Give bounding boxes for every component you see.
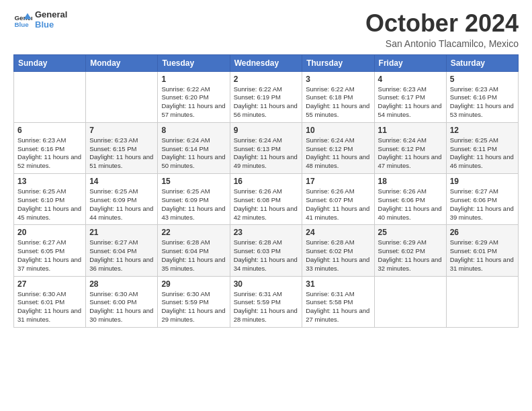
calendar-cell: 25Sunrise: 6:29 AMSunset: 6:02 PMDayligh… xyxy=(374,225,446,276)
calendar-cell: 17Sunrise: 6:26 AMSunset: 6:07 PMDayligh… xyxy=(302,174,374,225)
day-header-sunday: Sunday xyxy=(14,54,86,71)
day-number: 30 xyxy=(234,279,299,289)
day-number: 15 xyxy=(161,177,226,186)
day-header-friday: Friday xyxy=(374,54,446,71)
day-number: 8 xyxy=(161,126,226,135)
day-info: Sunrise: 6:30 AMSunset: 6:01 PMDaylight:… xyxy=(17,290,82,324)
day-info: Sunrise: 6:29 AMSunset: 6:02 PMDaylight:… xyxy=(378,238,443,273)
calendar-cell xyxy=(14,71,86,122)
day-number: 14 xyxy=(89,177,154,186)
logo-icon: General Blue xyxy=(13,11,32,30)
day-header-monday: Monday xyxy=(86,54,158,71)
day-info: Sunrise: 6:28 AMSunset: 6:04 PMDaylight:… xyxy=(161,238,226,273)
day-info: Sunrise: 6:25 AMSunset: 6:10 PMDaylight:… xyxy=(17,187,82,222)
day-number: 28 xyxy=(89,279,154,289)
day-info: Sunrise: 6:28 AMSunset: 6:03 PMDaylight:… xyxy=(234,238,299,273)
calendar-cell: 13Sunrise: 6:25 AMSunset: 6:10 PMDayligh… xyxy=(14,174,86,225)
day-number: 18 xyxy=(378,177,443,186)
calendar-cell: 27Sunrise: 6:30 AMSunset: 6:01 PMDayligh… xyxy=(14,276,86,327)
day-number: 1 xyxy=(161,75,226,84)
day-number: 26 xyxy=(450,228,515,237)
calendar-cell: 11Sunrise: 6:24 AMSunset: 6:12 PMDayligh… xyxy=(374,122,446,173)
day-number: 6 xyxy=(17,126,82,135)
day-number: 23 xyxy=(234,228,299,237)
day-number: 25 xyxy=(378,228,443,237)
week-row-4: 20Sunrise: 6:27 AMSunset: 6:05 PMDayligh… xyxy=(14,225,519,276)
calendar-cell: 15Sunrise: 6:25 AMSunset: 6:09 PMDayligh… xyxy=(158,174,230,225)
calendar-cell: 19Sunrise: 6:27 AMSunset: 6:06 PMDayligh… xyxy=(446,174,518,225)
day-info: Sunrise: 6:28 AMSunset: 6:02 PMDaylight:… xyxy=(306,238,370,273)
calendar-cell: 3Sunrise: 6:22 AMSunset: 6:18 PMDaylight… xyxy=(302,71,374,122)
location-subtitle: San Antonio Tlacamilco, Mexico xyxy=(365,38,519,49)
svg-text:Blue: Blue xyxy=(14,21,29,28)
day-number: 4 xyxy=(378,75,443,84)
day-info: Sunrise: 6:24 AMSunset: 6:12 PMDaylight:… xyxy=(378,136,443,171)
day-number: 13 xyxy=(17,177,82,186)
day-info: Sunrise: 6:30 AMSunset: 6:00 PMDaylight:… xyxy=(89,290,154,324)
day-info: Sunrise: 6:29 AMSunset: 6:01 PMDaylight:… xyxy=(450,238,515,273)
day-number: 20 xyxy=(17,228,82,237)
week-row-3: 13Sunrise: 6:25 AMSunset: 6:10 PMDayligh… xyxy=(14,174,519,225)
logo: General Blue General Blue xyxy=(13,10,67,30)
day-info: Sunrise: 6:26 AMSunset: 6:07 PMDaylight:… xyxy=(306,187,370,222)
day-number: 9 xyxy=(234,126,299,135)
day-info: Sunrise: 6:27 AMSunset: 6:04 PMDaylight:… xyxy=(89,238,154,273)
day-info: Sunrise: 6:23 AMSunset: 6:17 PMDaylight:… xyxy=(378,85,443,120)
day-info: Sunrise: 6:24 AMSunset: 6:12 PMDaylight:… xyxy=(306,136,370,171)
week-row-5: 27Sunrise: 6:30 AMSunset: 6:01 PMDayligh… xyxy=(14,276,519,327)
calendar-cell: 10Sunrise: 6:24 AMSunset: 6:12 PMDayligh… xyxy=(302,122,374,173)
calendar-cell: 26Sunrise: 6:29 AMSunset: 6:01 PMDayligh… xyxy=(446,225,518,276)
day-number: 22 xyxy=(161,228,226,237)
day-info: Sunrise: 6:23 AMSunset: 6:16 PMDaylight:… xyxy=(17,136,82,171)
calendar-cell: 12Sunrise: 6:25 AMSunset: 6:11 PMDayligh… xyxy=(446,122,518,173)
calendar-cell xyxy=(374,276,446,327)
week-row-2: 6Sunrise: 6:23 AMSunset: 6:16 PMDaylight… xyxy=(14,122,519,173)
calendar-cell: 2Sunrise: 6:22 AMSunset: 6:19 PMDaylight… xyxy=(230,71,302,122)
calendar-cell: 28Sunrise: 6:30 AMSunset: 6:00 PMDayligh… xyxy=(86,276,158,327)
calendar-cell: 14Sunrise: 6:25 AMSunset: 6:09 PMDayligh… xyxy=(86,174,158,225)
calendar-cell: 9Sunrise: 6:24 AMSunset: 6:13 PMDaylight… xyxy=(230,122,302,173)
day-info: Sunrise: 6:22 AMSunset: 6:20 PMDaylight:… xyxy=(161,85,226,120)
day-number: 17 xyxy=(306,177,370,186)
calendar-cell: 30Sunrise: 6:31 AMSunset: 5:59 PMDayligh… xyxy=(230,276,302,327)
calendar-cell: 18Sunrise: 6:26 AMSunset: 6:06 PMDayligh… xyxy=(374,174,446,225)
day-number: 7 xyxy=(89,126,154,135)
calendar-cell: 31Sunrise: 6:31 AMSunset: 5:58 PMDayligh… xyxy=(302,276,374,327)
header: General Blue General Blue October 2024 S… xyxy=(13,10,519,49)
day-number: 19 xyxy=(450,177,515,186)
day-info: Sunrise: 6:24 AMSunset: 6:13 PMDaylight:… xyxy=(234,136,299,171)
day-number: 16 xyxy=(234,177,299,186)
page: General Blue General Blue October 2024 S… xyxy=(0,0,532,411)
week-row-1: 1Sunrise: 6:22 AMSunset: 6:20 PMDaylight… xyxy=(14,71,519,122)
calendar-cell: 7Sunrise: 6:23 AMSunset: 6:15 PMDaylight… xyxy=(86,122,158,173)
day-info: Sunrise: 6:25 AMSunset: 6:09 PMDaylight:… xyxy=(89,187,154,222)
day-header-tuesday: Tuesday xyxy=(158,54,230,71)
day-info: Sunrise: 6:24 AMSunset: 6:14 PMDaylight:… xyxy=(161,136,226,171)
day-info: Sunrise: 6:22 AMSunset: 6:19 PMDaylight:… xyxy=(234,85,299,120)
logo-blue: Blue xyxy=(35,20,67,30)
calendar-cell: 16Sunrise: 6:26 AMSunset: 6:08 PMDayligh… xyxy=(230,174,302,225)
month-title: October 2024 xyxy=(365,10,519,37)
calendar-cell xyxy=(86,71,158,122)
day-number: 31 xyxy=(306,279,370,289)
day-header-thursday: Thursday xyxy=(302,54,374,71)
day-info: Sunrise: 6:25 AMSunset: 6:11 PMDaylight:… xyxy=(450,136,515,171)
calendar-cell: 24Sunrise: 6:28 AMSunset: 6:02 PMDayligh… xyxy=(302,225,374,276)
day-info: Sunrise: 6:30 AMSunset: 5:59 PMDaylight:… xyxy=(161,290,226,324)
calendar-cell: 23Sunrise: 6:28 AMSunset: 6:03 PMDayligh… xyxy=(230,225,302,276)
day-info: Sunrise: 6:22 AMSunset: 6:18 PMDaylight:… xyxy=(306,85,370,120)
day-header-wednesday: Wednesday xyxy=(230,54,302,71)
calendar-cell: 21Sunrise: 6:27 AMSunset: 6:04 PMDayligh… xyxy=(86,225,158,276)
day-info: Sunrise: 6:23 AMSunset: 6:16 PMDaylight:… xyxy=(450,85,515,120)
day-number: 3 xyxy=(306,75,370,84)
day-number: 12 xyxy=(450,126,515,135)
day-info: Sunrise: 6:27 AMSunset: 6:06 PMDaylight:… xyxy=(450,187,515,222)
day-info: Sunrise: 6:27 AMSunset: 6:05 PMDaylight:… xyxy=(17,238,82,273)
day-number: 29 xyxy=(161,279,226,289)
calendar-cell: 22Sunrise: 6:28 AMSunset: 6:04 PMDayligh… xyxy=(158,225,230,276)
day-info: Sunrise: 6:26 AMSunset: 6:08 PMDaylight:… xyxy=(234,187,299,222)
day-info: Sunrise: 6:31 AMSunset: 5:59 PMDaylight:… xyxy=(234,290,299,324)
calendar-table: SundayMondayTuesdayWednesdayThursdayFrid… xyxy=(13,54,519,328)
day-number: 5 xyxy=(450,75,515,84)
logo-general: General xyxy=(35,10,67,20)
